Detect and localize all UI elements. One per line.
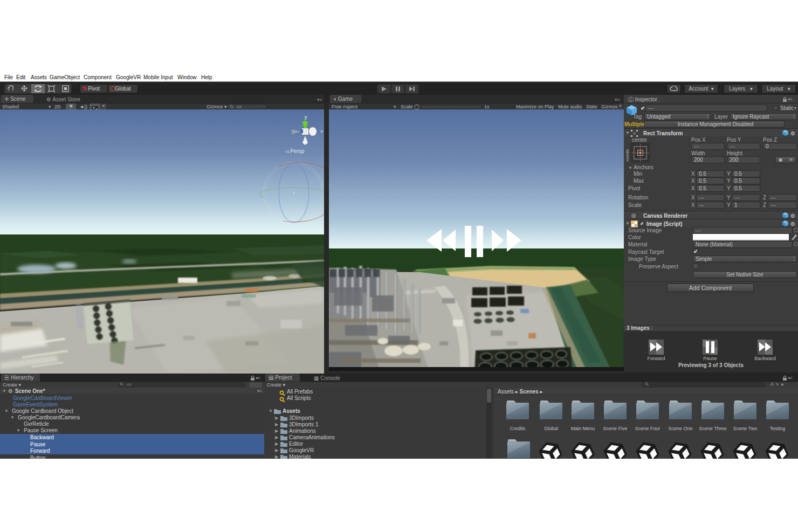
svg-text:◅ Persp: ◅ Persp [285, 148, 305, 154]
svg-text:×: × [320, 129, 323, 134]
svg-text:y: y [305, 114, 307, 120]
